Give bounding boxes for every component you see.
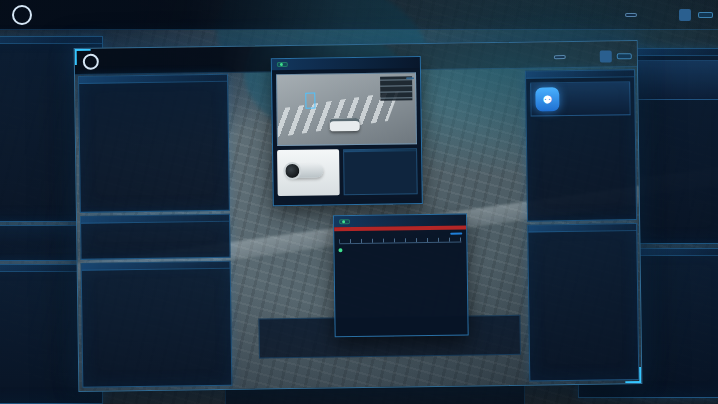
- feed-pager[interactable]: [406, 77, 414, 79]
- feed-decoration: [305, 93, 315, 109]
- fullscreen-icon[interactable]: [600, 50, 612, 62]
- video-feed[interactable]: [276, 72, 417, 146]
- people-panel: ⚉: [525, 69, 637, 222]
- device-stats-row: [81, 222, 229, 232]
- view-3d-toggle[interactable]: [554, 55, 566, 59]
- online-dot-icon: [342, 220, 345, 223]
- feed-decoration: [330, 118, 360, 131]
- logout-button[interactable]: [698, 12, 713, 18]
- broadcast-popup: [333, 213, 469, 337]
- online-badge: [277, 62, 288, 67]
- device-stats-card: [343, 148, 418, 195]
- video-popup-header: [272, 57, 420, 70]
- attributes-panel: [527, 223, 639, 382]
- people-icon: ⚉: [535, 87, 559, 111]
- status-bar: [625, 2, 713, 28]
- broadcast-log-list: [82, 269, 230, 277]
- playback-progress[interactable]: [339, 238, 461, 245]
- program-schedule: [335, 252, 467, 256]
- device-stats-panel: [80, 214, 231, 260]
- bg-topbar: [0, 0, 718, 30]
- camera-list: [527, 119, 635, 121]
- broadcast-log-panel: [81, 261, 233, 388]
- feed-decoration: [380, 76, 412, 100]
- alarm-stats-panel: [78, 74, 230, 213]
- video-popup-body: [277, 148, 418, 196]
- fullscreen-icon[interactable]: [679, 9, 691, 21]
- camera-product-image: [277, 149, 340, 196]
- view-3d-toggle[interactable]: [625, 13, 637, 17]
- total-people-card: ⚉: [530, 81, 630, 116]
- status-bar: [554, 43, 632, 70]
- online-badge: [339, 219, 350, 224]
- alarm-tile-grid: [79, 82, 227, 94]
- app-logo: [83, 53, 99, 69]
- online-dot-icon: [280, 63, 283, 66]
- smart-city-dashboard: ⚉: [0, 0, 718, 404]
- app-logo: [12, 5, 32, 25]
- video-popup: [271, 56, 423, 206]
- dispatch-window[interactable]: ⚉: [74, 40, 643, 392]
- now-playing-row: [334, 229, 466, 237]
- video-stat-grid: [344, 151, 416, 156]
- logout-button[interactable]: [617, 53, 632, 59]
- listen-button[interactable]: [450, 233, 462, 235]
- program-dot-icon: [338, 248, 342, 252]
